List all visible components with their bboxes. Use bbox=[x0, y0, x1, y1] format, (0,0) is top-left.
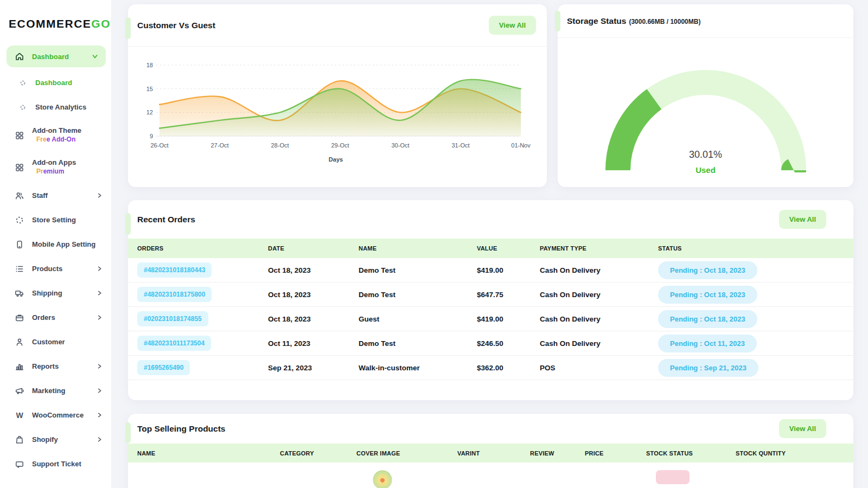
top-selling-products-title: Top Selleing Products bbox=[137, 424, 225, 434]
order-value: $647.75 bbox=[477, 291, 540, 299]
order-customer-name: Walk-in-customer bbox=[359, 364, 477, 372]
recent-orders-view-all-button[interactable]: View All bbox=[779, 210, 826, 229]
addon-badge: Free Add-On bbox=[32, 136, 81, 144]
column-header-varint: VARINT bbox=[457, 450, 530, 457]
storage-percent-value: 30.01% bbox=[578, 149, 833, 160]
order-payment-type: Cash On Delivery bbox=[540, 266, 658, 274]
card-accent-notch bbox=[125, 422, 131, 443]
order-value: $362.00 bbox=[477, 364, 540, 372]
sidebar-nav: DashboardDashboardStore AnalyticsAdd-on … bbox=[0, 46, 111, 476]
area-chart-svg: 181512926-Oct27-Oct28-Oct29-Oct30-Oct31-… bbox=[135, 53, 537, 153]
logo-text-go: GO bbox=[91, 17, 111, 30]
storage-usage-note: (3000.66MB / 10000MB) bbox=[629, 18, 700, 25]
card-accent-notch bbox=[125, 213, 131, 235]
sidebar-item-store-analytics[interactable]: Store Analytics bbox=[0, 95, 111, 119]
ticket-icon bbox=[15, 459, 24, 469]
order-payment-type: Cash On Delivery bbox=[540, 339, 658, 348]
chevron-right-icon bbox=[97, 290, 103, 296]
order-date: Sep 21, 2023 bbox=[268, 364, 359, 372]
column-header-name: NAME bbox=[359, 245, 477, 252]
sidebar-item-dashboard[interactable]: Dashboard bbox=[0, 70, 111, 95]
sidebar-item-store-setting[interactable]: Store Setting bbox=[0, 208, 111, 232]
column-header-cover-image: COVER IMAGE bbox=[356, 450, 457, 457]
recent-orders-card: Recent Orders View All ORDERSDATENAMEVAL… bbox=[128, 200, 853, 400]
sidebar-item-add-on-theme[interactable]: Add-on ThemeFree Add-On bbox=[0, 119, 111, 151]
sidebar-item-woocommerce[interactable]: WWooCommerce bbox=[0, 403, 111, 427]
order-payment-type: Cash On Delivery bbox=[540, 291, 658, 299]
sidebar: ECOMMERCEGO DashboardDashboardStore Anal… bbox=[0, 0, 111, 488]
order-date: Oct 18, 2023 bbox=[268, 315, 359, 323]
column-header-stock-status: STOCK STATUS bbox=[646, 450, 736, 457]
bar-chart-icon bbox=[15, 362, 24, 371]
chevron-down-icon bbox=[92, 53, 98, 60]
sidebar-item-support-ticket[interactable]: Support Ticket bbox=[0, 452, 111, 476]
order-payment-type: POS bbox=[540, 364, 658, 372]
order-row: #4820231018175800Oct 18, 2023Demo Test$6… bbox=[128, 282, 853, 307]
people-icon bbox=[15, 191, 24, 201]
order-id-link[interactable]: #4820231018180443 bbox=[137, 262, 212, 278]
order-id-link[interactable]: #1695265490 bbox=[137, 360, 190, 375]
sidebar-item-customer[interactable]: Customer bbox=[0, 330, 111, 354]
svg-text:30-Oct: 30-Oct bbox=[391, 142, 409, 149]
truck-icon bbox=[15, 288, 24, 298]
top-selling-products-card: Top Selleing Products View All NAMECATEG… bbox=[128, 414, 853, 488]
list-icon bbox=[15, 264, 24, 274]
customer-vs-guest-view-all-button[interactable]: View All bbox=[489, 16, 536, 35]
order-status-badge: Pending : Oct 11, 2023 bbox=[658, 335, 757, 352]
sidebar-item-shipping[interactable]: Shipping bbox=[0, 281, 111, 305]
svg-text:26-Oct: 26-Oct bbox=[150, 142, 168, 149]
order-id-link[interactable]: #4820231018175800 bbox=[137, 287, 212, 302]
sidebar-item-mobile-app-setting[interactable]: Mobile App Setting bbox=[0, 232, 111, 256]
chevron-right-icon bbox=[97, 266, 103, 272]
svg-text:31-Oct: 31-Oct bbox=[451, 142, 469, 149]
sidebar-item-products[interactable]: Products bbox=[0, 256, 111, 281]
svg-text:29-Oct: 29-Oct bbox=[331, 142, 349, 149]
addon-badge: Premium bbox=[32, 168, 76, 176]
order-row: #4820231018180443Oct 18, 2023Demo Test$4… bbox=[128, 258, 853, 282]
column-header-status: STATUS bbox=[658, 245, 853, 252]
order-customer-name: Demo Test bbox=[359, 339, 477, 348]
svg-text:28-Oct: 28-Oct bbox=[271, 142, 289, 149]
order-id-link[interactable]: #020231018174855 bbox=[137, 311, 208, 326]
order-payment-type: Cash On Delivery bbox=[540, 315, 658, 323]
sidebar-item-orders[interactable]: Orders bbox=[0, 305, 111, 330]
order-status-badge: Pending : Sep 21, 2023 bbox=[658, 359, 758, 377]
chevron-right-icon bbox=[97, 436, 103, 442]
product-cover-image bbox=[373, 470, 392, 488]
donut-icon bbox=[18, 102, 28, 112]
order-row: #1695265490Sep 21, 2023Walk-in-customer$… bbox=[128, 356, 853, 380]
column-header-orders: ORDERS bbox=[137, 245, 268, 252]
grid-icon bbox=[15, 163, 24, 172]
sidebar-item-staff[interactable]: Staff bbox=[0, 183, 111, 208]
chart-x-axis-label: Days bbox=[135, 156, 537, 163]
storage-status-title: Storage Status(3000.66MB / 10000MB) bbox=[567, 16, 700, 26]
grid-icon bbox=[15, 131, 24, 140]
column-header-review: REVIEW bbox=[530, 450, 585, 457]
sidebar-item-reports[interactable]: Reports bbox=[0, 354, 111, 378]
stock-status-badge bbox=[656, 470, 690, 484]
svg-text:27-Oct: 27-Oct bbox=[210, 142, 228, 149]
chevron-right-icon bbox=[97, 363, 103, 369]
order-value: $246.50 bbox=[477, 339, 540, 348]
top-selling-products-view-all-button[interactable]: View All bbox=[779, 419, 826, 438]
order-value: $419.00 bbox=[477, 266, 540, 274]
order-date: Oct 11, 2023 bbox=[268, 339, 359, 348]
storage-gauge: 30.01% Used bbox=[578, 69, 833, 175]
column-header-category: CATEGORY bbox=[280, 450, 356, 457]
sidebar-item-dashboard[interactable]: Dashboard bbox=[7, 46, 106, 67]
order-date: Oct 18, 2023 bbox=[268, 266, 359, 274]
order-row: #020231018174855Oct 18, 2023Guest$419.00… bbox=[128, 307, 853, 331]
svg-text:15: 15 bbox=[146, 86, 153, 92]
customer-vs-guest-card: Customer Vs Guest View All 181512926-Oct… bbox=[128, 4, 547, 187]
mobile-icon bbox=[15, 240, 24, 249]
person-icon bbox=[15, 337, 24, 347]
column-header-payment-type: PAYMENT TYPE bbox=[540, 245, 658, 252]
order-id-link[interactable]: #4820231011173504 bbox=[137, 336, 211, 351]
sidebar-item-add-on-apps[interactable]: Add-on AppsPremium bbox=[0, 151, 111, 183]
storage-used-label: Used bbox=[578, 165, 833, 175]
sidebar-item-marketing[interactable]: Marketing bbox=[0, 378, 111, 403]
order-customer-name: Demo Test bbox=[359, 266, 477, 274]
order-status-badge: Pending : Oct 18, 2023 bbox=[658, 310, 757, 328]
sidebar-item-shopify[interactable]: Shopify bbox=[0, 427, 111, 452]
storage-status-card: Storage Status(3000.66MB / 10000MB) 30.0… bbox=[558, 4, 853, 187]
